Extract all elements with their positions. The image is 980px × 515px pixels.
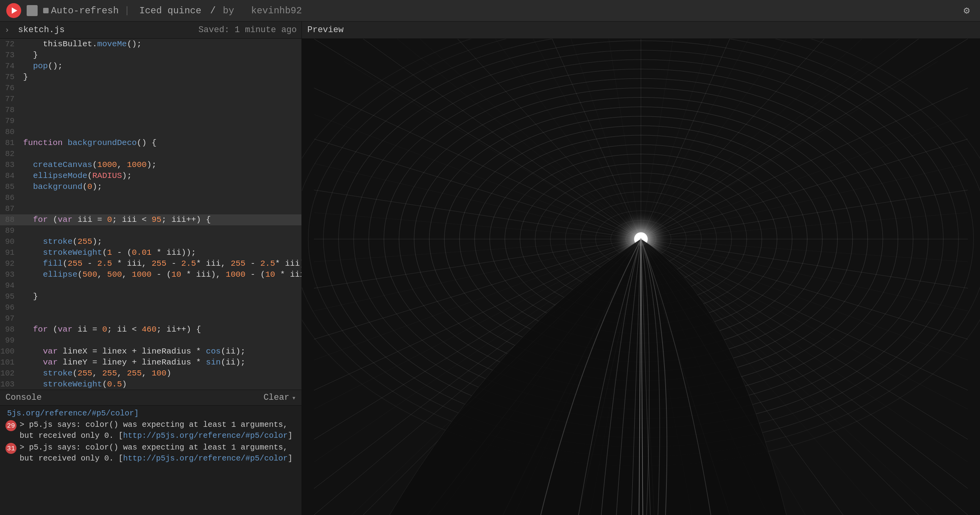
table-row: 72 thisBullet.moveMe(); [0,39,301,50]
table-row: 82 [0,149,301,160]
stop-button[interactable] [27,5,38,16]
play-button[interactable] [6,3,21,18]
table-row: 88 for (var iii = 0; iii < 95; iii++) { [0,214,301,225]
table-row: 97 [0,313,301,324]
table-row: 86 [0,192,301,203]
preview-svg [302,39,980,515]
table-row: 83 createCanvas(1000, 1000); [0,160,301,170]
preview-panel: Preview [302,22,980,515]
tab-sketch-js[interactable]: sketch.js [13,23,70,37]
table-row: 93 ellipse(500, 500, 1000 - (10 * iii), … [0,269,301,280]
table-row: 85 background(0); [0,181,301,192]
toolbar: Auto-refresh | Iced quince / by kevinhb9… [0,0,980,22]
table-row: 80 [0,127,301,138]
table-row: 89 [0,225,301,236]
table-row: 100 var lineX = linex + lineRadius * cos… [0,346,301,357]
table-row: 95 } [0,291,301,302]
settings-icon[interactable]: ⚙ [960,4,974,18]
table-row: 90 stroke(255); [0,236,301,247]
table-row: 84 ellipseMode(RADIUS); [0,170,301,181]
project-name: Iced quince / [138,5,217,16]
code-area[interactable]: 72 thisBullet.moveMe(); 73 } 74 pop(); 7… [0,39,301,390]
table-row: 96 [0,302,301,313]
divider: | [124,5,130,16]
table-row: 74 pop(); [0,61,301,72]
console-link: 5js.org/reference/#p5/color] [5,409,296,418]
clear-button[interactable]: Clear ▾ [263,393,296,403]
table-row: 79 [0,116,301,127]
table-row: 87 [0,203,301,214]
table-row: 73 } [0,50,301,61]
saved-status: Saved: 1 minute ago [198,25,297,35]
table-row: 75 } [0,72,301,83]
console-text-29: > p5.js says: color() was expecting at l… [20,419,296,441]
table-row: 78 [0,105,301,116]
console-title: Console [5,393,263,403]
console-badge-29: 29 [5,420,16,431]
tab-bar: › sketch.js Saved: 1 minute ago [0,22,301,39]
clear-chevron-icon: ▾ [292,394,296,402]
main-layout: › sketch.js Saved: 1 minute ago 72 thisB… [0,22,980,515]
preview-title: Preview [307,25,343,35]
preview-canvas [302,39,980,515]
clear-label: Clear [263,393,289,403]
table-row: 77 [0,94,301,105]
preview-header: Preview [302,22,980,39]
table-row: 94 [0,280,301,291]
table-row: 98 for (var ii = 0; ii < 460; ii++) { [0,324,301,335]
tab-chevron[interactable]: › [5,25,9,34]
code-scroll[interactable]: 72 thisBullet.moveMe(); 73 } 74 pop(); 7… [0,39,301,390]
table-row: 91 strokeWeight(1 - (0.01 * iii)); [0,247,301,258]
list-item: 31 > p5.js says: color() was expecting a… [5,442,296,464]
auto-refresh-dot [43,8,49,13]
editor-panel: › sketch.js Saved: 1 minute ago 72 thisB… [0,22,302,515]
console-badge-31: 31 [5,443,16,454]
console-text-31: > p5.js says: color() was expecting at l… [20,442,296,464]
table-row: 76 [0,83,301,94]
console-body[interactable]: 5js.org/reference/#p5/color] 29 > p5.js … [0,406,301,515]
table-row: 81 function backgroundDeco() { [0,138,301,149]
table-row: 103 strokeWeight(0.5) [0,379,301,390]
author-label: by kevinhb92 [223,5,302,16]
table-row: 101 var lineY = liney + lineRadius * sin… [0,357,301,368]
auto-refresh-toggle[interactable]: Auto-refresh [43,5,119,16]
table-row: 99 [0,335,301,346]
console-header: Console Clear ▾ [0,390,301,406]
auto-refresh-label: Auto-refresh [51,5,119,16]
console-panel: Console Clear ▾ 5js.org/reference/#p5/co… [0,390,301,515]
list-item: 29 > p5.js says: color() was expecting a… [5,419,296,441]
table-row: 92 fill(255 - 2.5 * iii, 255 - 2.5* iii,… [0,258,301,269]
table-row: 102 stroke(255, 255, 255, 100) [0,368,301,379]
